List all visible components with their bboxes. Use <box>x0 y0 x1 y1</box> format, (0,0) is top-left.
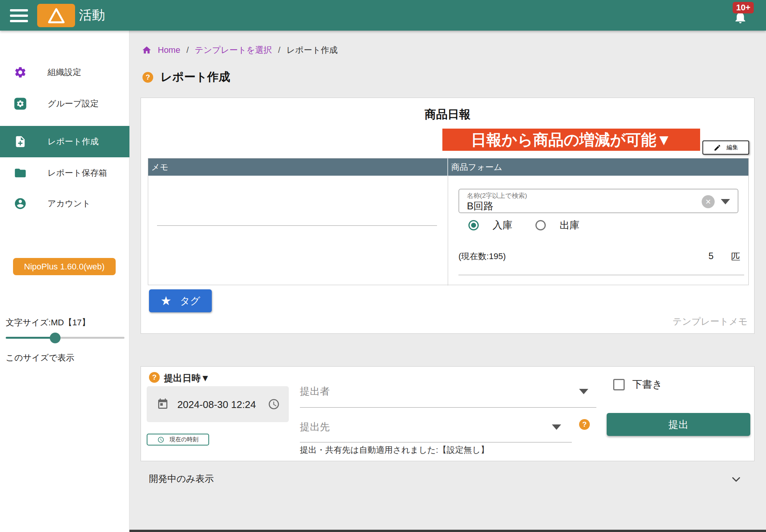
stock-direction-radios: 入庫 出庫 <box>468 219 589 232</box>
product-search-value: B回路 <box>467 199 493 213</box>
sidebar-item-account[interactable]: アカウント <box>0 188 129 219</box>
sidebar-item-label: レポート作成 <box>47 136 99 147</box>
quantity-value: 5 <box>709 251 714 261</box>
app-logo[interactable] <box>37 4 75 27</box>
memo-input[interactable] <box>157 225 437 226</box>
breadcrumb: Home / テンプレートを選択 / レポート作成 <box>142 44 338 56</box>
sidebar-item-org-settings[interactable]: 組織設定 <box>0 57 129 88</box>
folder-icon <box>14 166 27 180</box>
current-time-label: 現在の時刻 <box>170 436 198 443</box>
clear-icon[interactable]: × <box>702 195 715 208</box>
calendar-icon[interactable] <box>157 398 169 412</box>
account-circle-icon <box>14 197 27 210</box>
tag-button[interactable]: ★ タグ <box>149 289 212 312</box>
annotation-banner: 日報から商品の増減が可能▼ <box>442 129 700 151</box>
submitter-select[interactable]: 提出者 <box>300 382 596 409</box>
chevron-down-icon[interactable] <box>730 473 742 486</box>
product-search-label: 名称(2字以上で検索) <box>467 191 527 200</box>
page-title-row: ? レポート作成 <box>142 69 230 85</box>
help-icon[interactable]: ? <box>142 72 153 83</box>
help-icon[interactable]: ? <box>579 419 590 430</box>
page-title: レポート作成 <box>160 69 230 85</box>
breadcrumb-template-select[interactable]: テンプレートを選択 <box>195 44 272 56</box>
pencil-icon <box>714 144 721 152</box>
fontsize-label: 文字サイズ:MD【17】 <box>6 317 90 328</box>
radio-outbound[interactable] <box>535 220 546 230</box>
sidebar-item-group-settings[interactable]: グループ設定 <box>0 88 129 119</box>
report-form-card: 商品日報 日報から商品の増減が可能▼ 編集 メモ 商品フォーム 名称(2字以上で… <box>141 98 755 334</box>
current-time-button[interactable]: 現在の時刻 <box>147 434 209 446</box>
app-title: 活動 <box>79 0 105 31</box>
radio-outbound-label: 出庫 <box>560 219 579 232</box>
gear-square-icon <box>14 97 27 110</box>
breadcrumb-home[interactable]: Home <box>158 45 180 55</box>
current-stock-label: (現在数:195) <box>458 251 506 262</box>
breadcrumb-separator: / <box>187 45 189 55</box>
quantity-input[interactable] <box>458 275 744 275</box>
triangle-logo-icon <box>47 8 65 24</box>
clock-icon[interactable] <box>268 398 280 412</box>
draft-label: 下書き <box>632 378 663 391</box>
destination-select[interactable]: 提出先 <box>300 418 572 444</box>
notifications[interactable]: 10+ <box>728 0 762 31</box>
submit-button[interactable]: 提出 <box>607 413 750 436</box>
version-button[interactable]: NipoPlus 1.60.0(web) <box>13 258 116 275</box>
auto-apply-note: 提出・共有先は自動適用されました:【設定無し】 <box>300 444 489 456</box>
home-icon[interactable] <box>142 45 152 55</box>
quantity-unit: 匹 <box>731 251 740 263</box>
product-form-cell: 名称(2字以上で検索) B回路 × 入庫 出庫 (現在数:195) 5 <box>448 176 748 286</box>
product-search-field[interactable]: 名称(2字以上で検索) B回路 × <box>458 189 738 213</box>
clock-icon <box>157 436 164 443</box>
breadcrumb-current: レポート作成 <box>286 44 338 56</box>
app-screen: 活動 10+ 組織設定 グループ設定 レポート作成 <box>0 0 766 532</box>
radio-inbound-label: 入庫 <box>493 219 512 232</box>
edit-button-label: 編集 <box>727 144 738 151</box>
destination-label: 提出先 <box>300 420 330 434</box>
submitter-underline <box>300 407 596 408</box>
sidebar-item-label: 組織設定 <box>47 67 81 78</box>
memo-cell <box>148 176 448 286</box>
dropdown-caret-icon[interactable] <box>552 424 561 430</box>
datetime-picker[interactable]: 2024-08-30 12:24 <box>147 386 289 422</box>
sidebar-item-report-box[interactable]: レポート保存箱 <box>0 157 129 189</box>
dropdown-caret-icon[interactable] <box>721 199 730 204</box>
sidebar-item-label: アカウント <box>47 198 91 209</box>
sidebar-item-label: グループ設定 <box>47 98 99 109</box>
tag-button-label: タグ <box>180 294 200 308</box>
breadcrumb-separator: / <box>278 45 280 55</box>
submit-datetime-label[interactable]: 提出日時▼ <box>164 372 210 384</box>
sidebar: 組織設定 グループ設定 レポート作成 レポート保存箱 アカウント <box>0 31 129 532</box>
grid-header-row: メモ 商品フォーム <box>148 158 748 176</box>
notification-badge: 10+ <box>733 2 754 13</box>
hamburger-menu-icon[interactable] <box>10 9 28 22</box>
destination-underline <box>300 442 572 442</box>
grid-body-row: 名称(2字以上で検索) B回路 × 入庫 出庫 (現在数:195) 5 <box>148 176 748 286</box>
fontsize-slider-fill <box>6 337 55 339</box>
report-grid: メモ 商品フォーム 名称(2字以上で検索) B回路 × 入庫 <box>148 158 749 285</box>
top-bar: 活動 10+ <box>0 0 766 31</box>
file-plus-icon <box>14 135 27 148</box>
dev-only-expander[interactable]: 開発中のみ表示 <box>141 469 755 489</box>
star-icon: ★ <box>160 295 172 307</box>
fontsize-slider-thumb[interactable] <box>50 333 61 343</box>
fontsize-note: このサイズで表示 <box>6 352 74 364</box>
column-header-memo: メモ <box>148 158 448 176</box>
dropdown-caret-icon[interactable] <box>579 389 588 394</box>
draft-checkbox-row[interactable]: 下書き <box>613 378 663 391</box>
help-icon[interactable]: ? <box>149 372 160 383</box>
datetime-value: 2024-08-30 12:24 <box>177 399 256 411</box>
template-memo-label: テンプレートメモ <box>673 315 748 328</box>
edit-button[interactable]: 編集 <box>702 140 749 155</box>
draft-checkbox[interactable] <box>613 379 625 390</box>
submitter-label: 提出者 <box>300 385 330 398</box>
sidebar-item-label: レポート保存箱 <box>47 167 107 179</box>
column-header-product-form: 商品フォーム <box>448 158 748 176</box>
radio-inbound[interactable] <box>468 220 479 230</box>
dev-only-label: 開発中のみ表示 <box>149 473 214 485</box>
gear-icon <box>14 66 27 79</box>
template-title: 商品日報 <box>141 107 754 122</box>
submit-card: ? 提出日時▼ 2024-08-30 12:24 現在の時刻 提出者 提出先 ? <box>141 366 755 461</box>
sidebar-item-create-report[interactable]: レポート作成 <box>0 126 129 157</box>
